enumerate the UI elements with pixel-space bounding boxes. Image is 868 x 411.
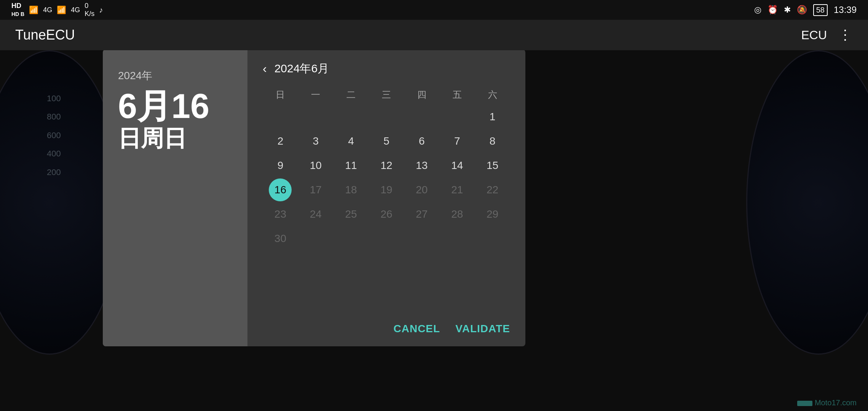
status-right: ◎ ⏰ ✱ 🔕 58 13:39 xyxy=(754,4,857,16)
cal-day-cell[interactable]: 25 xyxy=(340,203,362,226)
app-title: TuneECU xyxy=(15,27,75,43)
weekday-header: 四 xyxy=(404,86,439,104)
cal-day-cell[interactable]: 4 xyxy=(340,130,362,153)
data-speed: 0K/s xyxy=(85,2,94,18)
cal-day-cell[interactable]: 28 xyxy=(446,203,469,226)
cal-day-cell[interactable]: 14 xyxy=(446,154,469,177)
signal-icon-2: 📶 xyxy=(57,5,66,14)
status-left: HDHD B 📶 4G 📶 4G 0K/s ♪ xyxy=(11,2,103,18)
cal-day-cell[interactable]: 16 xyxy=(269,178,292,201)
cal-day-cell[interactable]: 6 xyxy=(410,130,433,153)
cal-day-cell[interactable]: 21 xyxy=(446,178,469,201)
calendar-month-title: 2024年6月 xyxy=(274,61,329,76)
cal-day-cell[interactable]: 13 xyxy=(410,154,433,177)
cal-day-cell[interactable]: 10 xyxy=(304,154,327,177)
app-bar: TuneECU ECU ⋮ xyxy=(0,20,868,50)
cal-day-cell[interactable]: 30 xyxy=(269,227,292,250)
hd-icon: HDHD B xyxy=(11,2,24,18)
cal-day-cell[interactable]: 7 xyxy=(446,130,469,153)
cal-day-cell[interactable]: 17 xyxy=(304,178,327,201)
cal-day-cell[interactable]: 23 xyxy=(269,203,292,226)
weekday-header: 五 xyxy=(439,86,475,104)
status-bar: HDHD B 📶 4G 📶 4G 0K/s ♪ ◎ ⏰ ✱ 🔕 58 13:39 xyxy=(0,0,868,20)
dialog-buttons: CANCEL VALIDATE xyxy=(263,315,510,335)
battery-level: 58 xyxy=(816,6,825,14)
battery-indicator: 58 xyxy=(813,4,828,16)
cal-day-cell[interactable]: 11 xyxy=(340,154,362,177)
bluetooth-icon: ✱ xyxy=(784,5,791,15)
cancel-button[interactable]: CANCEL xyxy=(393,323,440,335)
calendar-header: ‹ 2024年6月 xyxy=(263,61,510,76)
calendar-grid: 日一二三四五六123456789101112131415161718192021… xyxy=(263,86,510,250)
cal-day-cell[interactable]: 24 xyxy=(304,203,327,226)
validate-button[interactable]: VALIDATE xyxy=(455,323,510,335)
weekday-header: 三 xyxy=(369,86,404,104)
cal-day-cell[interactable]: 20 xyxy=(410,178,433,201)
selected-weekday: 日周日 xyxy=(118,127,232,150)
cal-day-cell[interactable]: 3 xyxy=(304,130,327,153)
weekday-header: 二 xyxy=(333,86,369,104)
cal-day-cell[interactable]: 2 xyxy=(269,130,292,153)
cal-day-cell[interactable]: 26 xyxy=(375,203,398,226)
mute-icon: 🔕 xyxy=(797,5,807,15)
weekday-header: 六 xyxy=(475,86,510,104)
selected-year: 2024年 xyxy=(118,68,232,83)
weekday-header: 一 xyxy=(298,86,333,104)
signal-4g-1: 4G xyxy=(43,6,52,14)
weekday-header: 日 xyxy=(263,86,298,104)
cal-day-cell[interactable]: 1 xyxy=(481,105,504,128)
cal-day-cell[interactable]: 9 xyxy=(269,154,292,177)
eye-icon: ◎ xyxy=(754,5,761,15)
dialog-right-panel: ‹ 2024年6月 日一二三四五六12345678910111213141516… xyxy=(247,49,525,346)
signal-icon-1: 📶 xyxy=(29,5,38,14)
cal-day-cell[interactable]: 8 xyxy=(481,130,504,153)
cal-day-cell[interactable]: 22 xyxy=(481,178,504,201)
date-picker-dialog: 2024年 6月16 日周日 ‹ 2024年6月 日一二三四五六12345678… xyxy=(103,49,525,346)
cal-day-cell[interactable]: 5 xyxy=(375,130,398,153)
cal-day-cell[interactable]: 27 xyxy=(410,203,433,226)
cal-day-cell[interactable]: 15 xyxy=(481,154,504,177)
selected-day: 6月16 xyxy=(118,89,232,123)
alarm-icon: ⏰ xyxy=(767,5,778,15)
status-time: 13:39 xyxy=(834,5,857,15)
cal-day-cell[interactable]: 12 xyxy=(375,154,398,177)
cal-day-cell[interactable]: 29 xyxy=(481,203,504,226)
signal-4g-2: 4G xyxy=(71,6,80,14)
cal-day-cell[interactable]: 19 xyxy=(375,178,398,201)
cal-day-cell[interactable]: 18 xyxy=(340,178,362,201)
dialog-left-panel: 2024年 6月16 日周日 xyxy=(103,49,247,346)
menu-icon[interactable]: ⋮ xyxy=(838,27,853,43)
music-icon: ♪ xyxy=(99,6,103,14)
ecu-label: ECU xyxy=(801,28,827,42)
prev-month-button[interactable]: ‹ xyxy=(263,62,267,76)
app-bar-right: ECU ⋮ xyxy=(801,27,853,43)
